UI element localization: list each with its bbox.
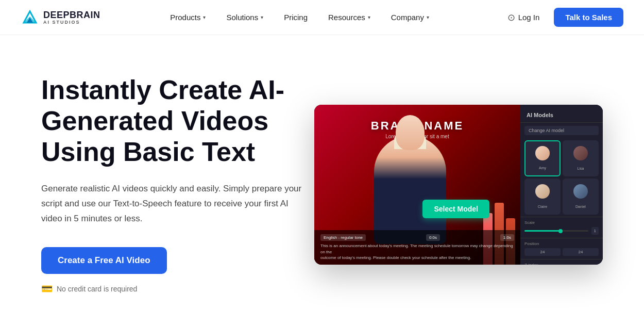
logo-text: DEEPBRAIN AI STUDIOS (43, 10, 100, 25)
pos-x-input[interactable]: 24 (524, 248, 561, 256)
model-name: Claire (524, 204, 561, 209)
scale-value: 1 (591, 227, 599, 235)
scale-thumb (558, 229, 563, 233)
zindex-label: Z-index (524, 263, 599, 265)
model-face (563, 140, 599, 166)
logo-brand: DEEPBRAIN (43, 10, 100, 20)
model-face (563, 178, 599, 204)
nav-links: Products ▾ Solutions ▾ Pricing Resources… (160, 9, 439, 26)
hero-description: Generate realistic AI videos quickly and… (41, 182, 309, 226)
model-search[interactable]: Change AI model (524, 126, 599, 135)
model-card-daniel[interactable]: Daniel (563, 178, 599, 215)
create-video-button[interactable]: Create a Free AI Video (41, 247, 167, 274)
demo-container: BRAND NAME Lorem ipsum dolor sit a met (314, 105, 603, 265)
language-badge: English - regular tone (320, 234, 366, 241)
scale-section: Scale 1 (520, 217, 603, 238)
zindex-section: Z-index (520, 259, 603, 265)
script-text: This is an announcement about today's me… (320, 243, 514, 261)
time-badge-2: 1:0s (500, 234, 514, 241)
logo-icon (21, 8, 39, 27)
ai-avatar (374, 136, 446, 244)
logo[interactable]: DEEPBRAIN AI STUDIOS (21, 8, 100, 27)
position-label: Position (524, 241, 599, 246)
position-grid: 24 24 (524, 248, 599, 256)
nav-item-company[interactable]: Company ▾ (381, 9, 439, 26)
video-controls: English - regular tone 0:0s 1:0s (320, 234, 514, 241)
chevron-down-icon: ▾ (203, 14, 206, 20)
avatar-body (374, 136, 446, 244)
nav-item-solutions[interactable]: Solutions ▾ (216, 9, 274, 26)
hero-demo: BRAND NAME Lorem ipsum dolor sit a met (314, 105, 603, 265)
hero-title: Instantly Create AI-Generated Videos Usi… (41, 75, 309, 167)
model-face (526, 141, 560, 165)
login-button[interactable]: ⊙ Log In (499, 8, 548, 27)
face-circle (535, 146, 550, 160)
logo-sub: AI STUDIOS (43, 20, 100, 25)
model-name: Lisa (563, 166, 599, 171)
pos-y-input[interactable]: 24 (563, 248, 599, 256)
ai-models-sidebar: AI Models Change AI model Amy Lisa (520, 105, 603, 265)
hero-content: Instantly Create AI-Generated Videos Usi… (41, 75, 309, 295)
nav-item-pricing[interactable]: Pricing (274, 9, 318, 26)
avatar-head (396, 115, 425, 150)
no-credit-card-notice: 💳 No credit card is required (41, 283, 309, 295)
video-controls-bar: English - regular tone 0:0s 1:0s This is… (314, 230, 520, 265)
scale-slider[interactable] (524, 230, 588, 232)
chevron-down-icon: ▾ (427, 14, 429, 20)
model-card-claire[interactable]: Claire (524, 178, 561, 215)
model-name: Amy (526, 165, 560, 171)
scale-fill (524, 230, 563, 232)
credit-card-icon: 💳 (41, 283, 53, 295)
position-section: Position 24 24 (520, 238, 603, 259)
chevron-down-icon: ▾ (368, 14, 370, 20)
talk-to-sales-button[interactable]: Talk to Sales (554, 8, 623, 27)
time-badge-1: 0:0s (426, 234, 440, 241)
hero-section: Instantly Create AI-Generated Videos Usi… (0, 35, 644, 324)
model-name: Daniel (563, 204, 599, 209)
nav-item-resources[interactable]: Resources ▾ (318, 9, 381, 26)
person-icon: ⊙ (507, 12, 515, 23)
sidebar-title: AI Models (520, 109, 603, 123)
video-preview: BRAND NAME Lorem ipsum dolor sit a met (314, 105, 520, 265)
nav-item-products[interactable]: Products ▾ (160, 9, 216, 26)
chevron-down-icon: ▾ (261, 14, 263, 20)
face-circle (573, 146, 588, 160)
model-face (524, 178, 561, 204)
face-circle (535, 184, 550, 199)
select-model-button[interactable]: Select Model (422, 200, 489, 218)
model-card-lisa[interactable]: Lisa (563, 140, 599, 176)
scale-label: Scale (524, 220, 599, 225)
face-circle (573, 184, 588, 199)
model-grid: Amy Lisa Claire (520, 138, 603, 217)
model-card-amy[interactable]: Amy (524, 140, 561, 176)
navbar: DEEPBRAIN AI STUDIOS Products ▾ Solution… (0, 0, 644, 35)
nav-right: ⊙ Log In Talk to Sales (499, 8, 623, 27)
